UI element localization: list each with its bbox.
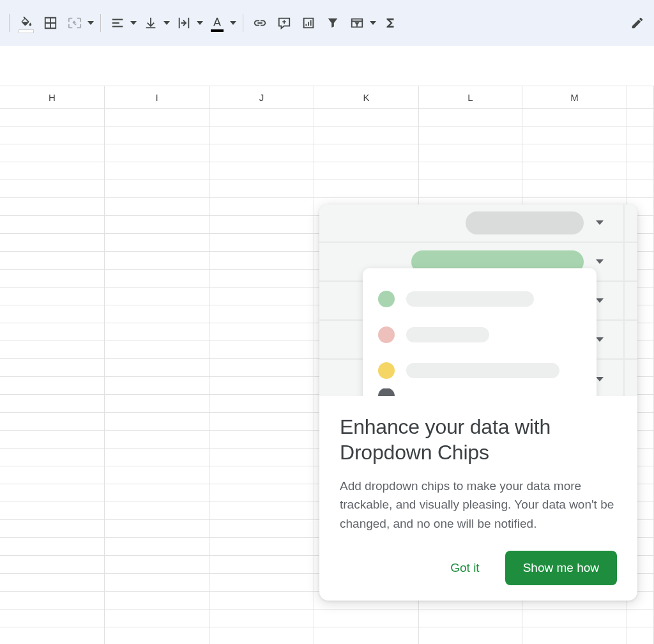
grid-cell[interactable] [419,610,522,627]
grid-cell[interactable] [105,502,209,519]
grid-cell[interactable] [105,341,209,358]
insert-comment-button[interactable] [273,12,296,34]
grid-cell[interactable] [0,359,105,376]
grid-cell[interactable] [105,448,209,466]
grid-cell[interactable] [627,109,654,126]
grid-cell[interactable] [0,216,105,233]
grid-cell[interactable] [209,341,314,358]
grid-cell[interactable] [105,162,209,180]
grid-cell[interactable] [419,180,522,197]
grid-cell[interactable] [105,466,209,484]
vertical-align-dropdown[interactable] [139,12,171,34]
grid-cell[interactable] [209,162,314,180]
merge-dropdown-caret[interactable] [86,12,95,34]
grid-cell[interactable] [209,109,314,126]
grid-cell[interactable] [209,377,314,394]
insert-link-button[interactable] [248,12,271,34]
grid-cell[interactable] [0,341,105,358]
grid-cell[interactable] [209,288,314,305]
grid-cell[interactable] [209,305,314,323]
grid-cell[interactable] [209,466,314,484]
valign-caret[interactable] [162,12,171,34]
grid-cell[interactable] [105,484,209,502]
grid-cell[interactable] [209,216,314,233]
grid-cell[interactable] [209,180,314,197]
grid-cell[interactable] [105,144,209,162]
column-header-partial[interactable] [627,86,654,108]
column-header-L[interactable]: L [419,86,522,108]
grid-cell[interactable] [0,502,105,519]
grid-cell[interactable] [209,126,314,144]
grid-cell[interactable] [105,359,209,376]
column-header-K[interactable]: K [314,86,419,108]
filter-views-button[interactable] [346,12,369,34]
grid-cell[interactable] [0,431,105,448]
filter-button[interactable] [321,12,344,34]
grid-cell[interactable] [419,162,522,180]
text-color-button[interactable] [206,12,229,34]
grid-cell[interactable] [419,144,522,162]
grid-cell[interactable] [209,395,314,412]
grid-cell[interactable] [0,198,105,215]
grid-cell[interactable] [209,574,314,591]
column-header-M[interactable]: M [522,86,627,108]
column-header-I[interactable]: I [105,86,209,108]
grid-cell[interactable] [209,538,314,555]
grid-cell[interactable] [209,520,314,537]
grid-cell[interactable] [0,305,105,323]
grid-cell[interactable] [0,627,105,644]
grid-cell[interactable] [105,126,209,144]
grid-cell[interactable] [0,109,105,126]
borders-button[interactable] [39,12,62,34]
grid-cell[interactable] [314,627,419,644]
grid-cell[interactable] [105,538,209,555]
grid-cell[interactable] [105,431,209,448]
grid-cell[interactable] [105,198,209,215]
grid-cell[interactable] [105,216,209,233]
grid-cell[interactable] [0,484,105,502]
grid-cell[interactable] [105,180,209,197]
grid-cell[interactable] [209,252,314,269]
grid-cell[interactable] [105,520,209,537]
grid-cell[interactable] [627,610,654,627]
grid-cell[interactable] [0,288,105,305]
grid-cell[interactable] [105,592,209,609]
grid-cell[interactable] [105,574,209,591]
grid-cell[interactable] [209,592,314,609]
grid-cell[interactable] [0,252,105,269]
grid-cell[interactable] [314,144,419,162]
grid-cell[interactable] [0,592,105,609]
grid-cell[interactable] [105,377,209,394]
grid-cell[interactable] [0,126,105,144]
functions-button[interactable] [379,12,402,34]
grid-cell[interactable] [0,448,105,466]
grid-cell[interactable] [105,323,209,341]
grid-cell[interactable] [0,162,105,180]
grid-cell[interactable] [522,162,627,180]
grid-cell[interactable] [522,610,627,627]
filterviews-caret[interactable] [369,12,377,34]
column-header-J[interactable]: J [209,86,314,108]
grid-cell[interactable] [0,377,105,394]
grid-cell[interactable] [314,610,419,627]
vertical-align-button[interactable] [139,12,162,34]
grid-cell[interactable] [209,323,314,341]
grid-cell[interactable] [105,234,209,251]
text-wrap-dropdown[interactable] [172,12,204,34]
grid-cell[interactable] [627,144,654,162]
got-it-button[interactable]: Got it [440,553,489,583]
grid-cell[interactable] [105,109,209,126]
grid-cell[interactable] [209,270,314,287]
grid-cell[interactable] [209,198,314,215]
grid-cell[interactable] [0,466,105,484]
text-color-dropdown[interactable] [206,12,238,34]
grid-cell[interactable] [314,126,419,144]
grid-cell[interactable] [522,144,627,162]
wrap-caret[interactable] [195,12,204,34]
grid-cell[interactable] [0,556,105,573]
grid-cell[interactable] [0,323,105,341]
grid-cell[interactable] [0,574,105,591]
horizontal-align-button[interactable] [106,12,129,34]
grid-cell[interactable] [105,305,209,323]
grid-cell[interactable] [419,109,522,126]
